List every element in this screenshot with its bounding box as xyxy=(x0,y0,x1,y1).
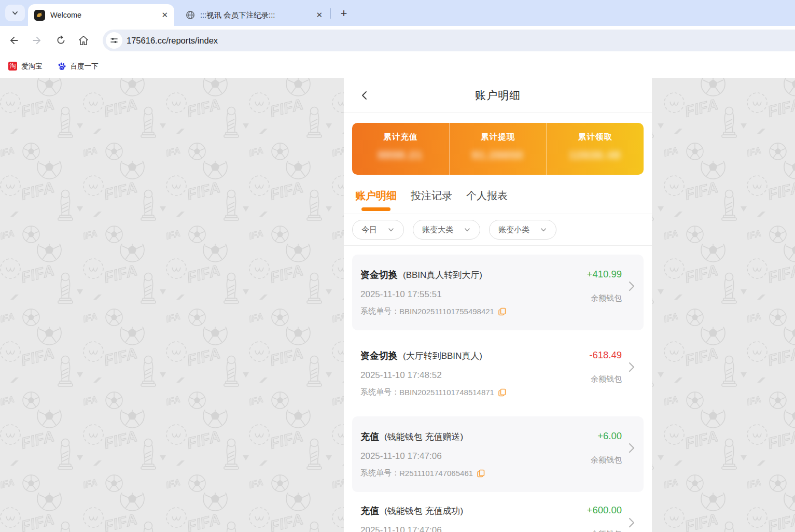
page-background: FIFA xyxy=(0,78,795,532)
filter-minor-category-dropdown[interactable]: 账变小类 xyxy=(489,220,556,240)
record-amount: +6.00 xyxy=(591,430,622,442)
record-detail: (BBIN真人转到大厅) xyxy=(403,269,482,281)
total-claimed: 累计领取 12636.48 xyxy=(546,123,644,175)
chevron-down-icon xyxy=(540,226,547,233)
record-row[interactable]: 资金切换 (BBIN真人转到大厅) 2025-11-10 17:55:51 系统… xyxy=(352,255,644,330)
record-row[interactable]: 资金切换 (大厅转到BBIN真人) 2025-11-10 17:48:52 系统… xyxy=(352,335,644,411)
record-type: 充值 xyxy=(360,505,379,517)
record-wallet: 余额钱包 xyxy=(591,455,622,465)
record-row[interactable]: 充值 (钱能钱包 充值赠送) 2025-11-10 17:47:06 系统单号：… xyxy=(352,416,644,492)
browser-tab-betting-records[interactable]: :::视讯 会员下注纪录::: ✕ xyxy=(179,4,329,26)
order-label: 系统单号： xyxy=(360,468,399,478)
record-amount: -618.49 xyxy=(589,349,622,361)
tab-close-icon[interactable]: ✕ xyxy=(161,10,168,20)
total-withdrawal: 累计提现 91.26650 xyxy=(449,123,547,175)
bookmark-label: 百度一下 xyxy=(71,62,99,71)
browser-tab-welcome[interactable]: Welcome ✕ xyxy=(28,4,174,26)
taobao-icon: 淘 xyxy=(8,62,17,71)
order-label: 系统单号： xyxy=(360,387,399,397)
record-order: 系统单号： BBIN202511101755498421 xyxy=(360,306,566,316)
chevron-down-icon xyxy=(464,226,471,233)
tab-account-detail[interactable]: 账户明细 xyxy=(355,189,397,214)
browser-tab-strip: Welcome ✕ :::视讯 会员下注纪录::: ✕ + xyxy=(0,0,795,26)
bookmark-aitaobao[interactable]: 淘 爱淘宝 xyxy=(8,62,43,71)
bookmarks-bar: 淘 爱淘宝 百度一下 xyxy=(0,54,795,78)
arrow-right-icon xyxy=(31,35,43,46)
copy-icon[interactable] xyxy=(477,469,485,478)
chevron-right-icon xyxy=(627,281,636,292)
account-detail-panel: 账户明细 累计充值 8898.21 累计提现 91.26650 累计领取 126… xyxy=(344,78,652,532)
record-type: 资金切换 xyxy=(360,269,398,281)
record-detail: (钱能钱包 充值赠送) xyxy=(384,431,463,443)
record-wallet: 余额钱包 xyxy=(587,529,622,532)
globe-icon xyxy=(186,10,195,20)
record-wallet: 余额钱包 xyxy=(589,374,622,384)
summary-value-masked: 12636.48 xyxy=(569,149,621,161)
reload-icon xyxy=(55,35,66,46)
reload-button[interactable] xyxy=(52,32,69,49)
browser-toolbar: 175616.cc/reports/index xyxy=(0,26,795,54)
summary-label: 累计提现 xyxy=(481,132,515,143)
filter-label: 账变大类 xyxy=(422,225,453,235)
baidu-paw-icon xyxy=(57,62,66,71)
copy-icon[interactable] xyxy=(498,388,507,397)
summary-value-masked: 8898.21 xyxy=(378,149,423,161)
page-title: 账户明细 xyxy=(475,88,521,103)
record-detail: (钱能钱包 充值成功) xyxy=(384,505,463,517)
summary-label: 累计充值 xyxy=(383,132,417,143)
new-tab-button[interactable]: + xyxy=(336,6,352,21)
back-button[interactable] xyxy=(357,88,372,103)
filter-major-category-dropdown[interactable]: 账变大类 xyxy=(413,220,480,240)
record-datetime: 2025-11-10 17:55:51 xyxy=(360,289,566,300)
chevron-down-icon xyxy=(387,226,395,233)
section-tabs: 账户明细 投注记录 个人报表 xyxy=(344,175,652,214)
record-order: 系统单号： BBIN202511101748514871 xyxy=(360,387,566,397)
chevron-left-icon xyxy=(359,90,370,101)
tune-sliders-icon xyxy=(110,36,118,45)
bookmark-baidu[interactable]: 百度一下 xyxy=(57,62,99,71)
tab-search-button[interactable] xyxy=(5,5,25,21)
chevron-right-icon xyxy=(627,517,636,528)
home-button[interactable] xyxy=(75,32,92,49)
record-list: 资金切换 (BBIN真人转到大厅) 2025-11-10 17:55:51 系统… xyxy=(344,246,652,532)
record-datetime: 2025-11-10 17:47:06 xyxy=(360,525,566,532)
site-info-button[interactable] xyxy=(106,32,122,49)
tab-title: :::视讯 会员下注纪录::: xyxy=(200,10,312,20)
tab-personal-report[interactable]: 个人报表 xyxy=(466,189,508,214)
chevron-down-icon xyxy=(11,9,19,17)
record-datetime: 2025-11-10 17:47:06 xyxy=(360,451,566,461)
copy-icon[interactable] xyxy=(498,307,507,316)
tab-close-icon[interactable]: ✕ xyxy=(316,10,323,20)
record-order: 系统单号： R2511101747065461 xyxy=(360,468,566,478)
back-button[interactable] xyxy=(5,32,23,49)
record-wallet: 余额钱包 xyxy=(587,293,622,303)
order-number: BBIN202511101748514871 xyxy=(399,388,494,397)
order-number: BBIN202511101755498421 xyxy=(399,307,494,316)
record-datetime: 2025-11-10 17:48:52 xyxy=(360,370,566,381)
filter-label: 今日 xyxy=(361,225,377,235)
panel-header: 账户明细 xyxy=(344,78,652,113)
forward-button[interactable] xyxy=(28,32,46,49)
url-bar[interactable]: 175616.cc/reports/index xyxy=(103,30,795,51)
filter-label: 账变小类 xyxy=(498,225,529,235)
tab-title: Welcome xyxy=(50,11,157,19)
chevron-right-icon xyxy=(627,361,636,373)
filter-date-dropdown[interactable]: 今日 xyxy=(352,220,404,240)
gold-dragon-icon xyxy=(34,10,45,21)
arrow-left-icon xyxy=(8,35,20,46)
record-type: 资金切换 xyxy=(360,349,398,362)
record-amount: +600.00 xyxy=(587,505,622,516)
tab-bet-records[interactable]: 投注记录 xyxy=(411,189,452,214)
chevron-right-icon xyxy=(627,442,636,454)
bookmark-label: 爱淘宝 xyxy=(21,62,43,71)
total-deposit: 累计充值 8898.21 xyxy=(352,123,449,175)
record-amount: +410.99 xyxy=(587,269,622,280)
record-row[interactable]: 充值 (钱能钱包 充值成功) 2025-11-10 17:47:06 +600.… xyxy=(352,497,644,532)
summary-value-masked: 91.26650 xyxy=(472,149,523,161)
url-text[interactable]: 175616.cc/reports/index xyxy=(127,36,218,46)
order-label: 系统单号： xyxy=(360,306,399,316)
record-type: 充值 xyxy=(360,430,379,443)
order-number: R2511101747065461 xyxy=(399,469,473,478)
tab-divider xyxy=(330,8,331,19)
record-detail: (大厅转到BBIN真人) xyxy=(403,350,482,362)
